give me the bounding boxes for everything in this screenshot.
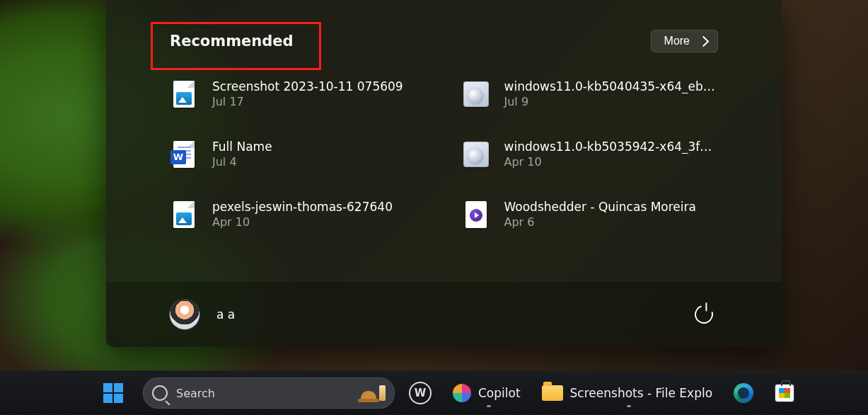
recommended-heading: Recommended — [170, 33, 294, 50]
search-placeholder: Search — [176, 387, 215, 400]
store-icon — [775, 384, 794, 402]
recommended-item[interactable]: W Full Name Jul 4 — [170, 138, 427, 170]
recommended-grid: Screenshot 2023-10-11 075609 Jul 17 wind… — [170, 78, 718, 230]
copilot-label: Copilot — [478, 386, 521, 400]
widgets-button[interactable]: W — [402, 376, 439, 410]
more-button-label: More — [664, 35, 690, 47]
widgets-icon: W — [409, 382, 432, 404]
taskbar-search[interactable]: Search — [143, 377, 395, 409]
item-date: Jul 17 — [212, 95, 403, 108]
explorer-window-title: Screenshots - File Explo — [570, 386, 713, 400]
item-name: Full Name — [212, 140, 272, 154]
copilot-button[interactable]: Copilot — [446, 376, 528, 410]
item-date: Jul 4 — [212, 155, 272, 169]
recommended-item[interactable]: Screenshot 2023-10-11 075609 Jul 17 — [170, 78, 427, 110]
item-name: windows11.0-kb5035942-x64_3f371… — [504, 140, 717, 154]
recommended-item[interactable]: Woodshedder - Quincas Moreira Apr 6 — [462, 198, 719, 230]
user-name-label: a a — [216, 307, 235, 322]
item-date: Jul 9 — [504, 95, 717, 108]
recommended-item[interactable]: windows11.0-kb5040435-x64_eb3b… Jul 9 — [462, 78, 719, 110]
folder-icon — [542, 385, 563, 401]
recommended-more-button[interactable]: More — [651, 30, 718, 52]
item-name: windows11.0-kb5040435-x64_eb3b… — [504, 79, 717, 93]
edge-icon — [734, 383, 753, 403]
search-icon — [152, 385, 168, 401]
image-file-icon — [171, 200, 197, 229]
start-menu-footer: a a — [106, 282, 782, 347]
item-date: Apr 10 — [504, 155, 717, 169]
item-name: pexels-jeswin-thomas-627640 — [212, 200, 393, 214]
msu-package-icon — [463, 140, 489, 169]
recommended-item[interactable]: pexels-jeswin-thomas-627640 Apr 10 — [170, 198, 427, 230]
microsoft-store-button[interactable] — [768, 376, 802, 410]
chevron-right-icon — [698, 35, 710, 47]
copilot-icon — [453, 384, 471, 402]
avatar — [170, 300, 199, 329]
video-file-icon — [463, 200, 489, 229]
windows-logo-icon — [103, 383, 123, 403]
user-account-button[interactable]: a a — [170, 300, 235, 329]
file-explorer-taskbar-item[interactable]: Screenshots - File Explo — [535, 376, 720, 410]
edge-button[interactable] — [727, 376, 760, 410]
start-button[interactable] — [91, 376, 136, 410]
recommended-item[interactable]: windows11.0-kb5035942-x64_3f371… Apr 10 — [462, 138, 719, 170]
image-file-icon — [171, 80, 197, 108]
taskbar: Search W Copilot Screenshots - File Expl… — [0, 370, 868, 415]
power-icon — [691, 302, 716, 326]
item-date: Apr 10 — [212, 215, 393, 229]
start-menu-panel: Recommended More Screenshot 2023-10-11 0… — [106, 0, 782, 347]
item-name: Woodshedder - Quincas Moreira — [504, 200, 696, 214]
item-name: Screenshot 2023-10-11 075609 — [212, 79, 403, 93]
power-button[interactable] — [690, 300, 718, 329]
msu-package-icon — [463, 80, 489, 108]
word-document-icon: W — [171, 140, 197, 169]
item-date: Apr 6 — [504, 215, 696, 229]
search-decoration-icon — [361, 385, 386, 401]
